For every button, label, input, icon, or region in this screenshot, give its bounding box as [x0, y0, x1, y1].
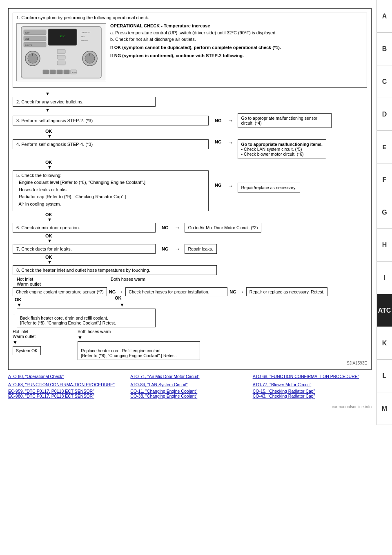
tab-h[interactable]: H: [376, 229, 392, 262]
link3[interactable]: ATO-68, "FUNCTION CONFIRMA-TION PROCEDUR…: [253, 374, 372, 379]
step3-ng-label: NG: [215, 118, 222, 123]
link6[interactable]: ATO-77, "Blower Motor Circuit": [253, 382, 372, 387]
op-check-title: OPERATIONAL CHECK - Temperature increase: [110, 23, 363, 28]
step4-box: 4. Perform self-diagnosis STEP-4. (*3): [13, 139, 209, 149]
step6-box: 6. Check air mix door operation.: [13, 223, 156, 233]
alphabet-tabs: A B C D E F G H I ATC K L M: [376, 0, 392, 555]
step6-ng-box: Go to Air Mix Door Motor Circuit. (*2): [185, 223, 262, 233]
step8-row: 8. Check the heater inlet and outlet hos…: [13, 265, 367, 275]
op-check-text: OPERATIONAL CHECK - Temperature increase…: [110, 23, 363, 81]
link7b[interactable]: EC-980, "DTC P0117, P0118 ECT SENSOR": [8, 394, 127, 398]
tab-i[interactable]: I: [376, 262, 392, 294]
step5-label: 5. Check the following:: [16, 173, 205, 178]
check-sensor-text: Check engine coolant temperature sensor …: [16, 289, 104, 294]
check-hoses-box: Check heater hoses for proper installati…: [125, 287, 227, 296]
step7-box: 7. Check ducts for air leaks.: [13, 244, 156, 254]
svg-text:MAP: MAP: [25, 38, 30, 40]
svg-rect-15: [57, 49, 65, 54]
final-row: Hot inlet Warm outlet ▼ System OK Both h…: [13, 329, 367, 360]
tab-g[interactable]: G: [376, 196, 392, 229]
svg-rect-22: [50, 70, 56, 74]
link1[interactable]: ATO-80, "Operational Check": [8, 374, 127, 379]
arrow5: ▼: [13, 217, 367, 222]
svg-text:SETTING: SETTING: [81, 40, 88, 42]
step5-items: · Engine coolant level [Refer to (*8), "…: [16, 178, 205, 209]
svg-text:32°C: 32°C: [60, 35, 65, 38]
step3-ok-label: OK: [45, 129, 52, 134]
tab-d[interactable]: D: [376, 98, 392, 131]
tab-b[interactable]: B: [376, 33, 392, 65]
arrow4: ▼: [13, 165, 367, 170]
hot-inlet-label: Hot inlet: [17, 277, 102, 282]
replace-heater-text: Replace heater core. Refill engine coola…: [81, 348, 177, 358]
tab-f[interactable]: F: [376, 163, 392, 196]
repair-replace-text: Repair or replace as necessary. Retest.: [249, 289, 325, 294]
step7-ng-box: Repair leaks.: [185, 244, 217, 254]
svg-text:DIST: DIST: [25, 32, 29, 34]
link9b[interactable]: CO-43, "Checking Radiator Cap": [253, 394, 372, 398]
final-both-warm: Both hoses warm: [78, 329, 111, 334]
step3-row: 3. Perform self-diagnosis STEP-2. (*3) N…: [13, 113, 367, 128]
op-check-b: b. Check for hot air at discharge air ou…: [110, 37, 363, 42]
sensor-row: Check engine coolant temperature sensor …: [13, 287, 367, 296]
svg-text:MODE: MODE: [72, 72, 77, 74]
tab-l[interactable]: L: [376, 360, 392, 392]
step7-ok: OK: [13, 255, 367, 260]
step7-ok-label: OK: [45, 255, 52, 260]
step4-ng-box3: • Check blower motor circuit. (*6): [241, 152, 323, 157]
step1-box: 1. Confirm symptom by performing the fol…: [13, 13, 367, 88]
step4-ng-label: NG: [215, 139, 222, 144]
op-check-a: a. Press temperature control (UP) switch…: [110, 30, 363, 35]
link4[interactable]: ATO-68, "FUNCTION CONFIRMA-TION PROCEDUR…: [8, 382, 127, 387]
repair-replace-box: Repair or replace as necessary. Retest.: [246, 287, 328, 296]
link9[interactable]: CO-15, "Checking Radiator Cap": [253, 389, 372, 394]
svg-rect-21: [43, 70, 49, 74]
step5-ng-box: Repair/replace as necessary.: [238, 183, 300, 192]
system-ok-box: System OK: [13, 346, 41, 355]
op-check-ok: If OK (symptom cannot be duplicated), pe…: [110, 45, 363, 50]
svg-text:ROUTE: ROUTE: [25, 44, 32, 47]
sensor-ok-label: OK: [15, 297, 22, 302]
step8-label: 8. Check the heater inlet and outlet hos…: [16, 268, 150, 273]
tab-atc[interactable]: ATC: [376, 294, 392, 327]
tab-m[interactable]: M: [376, 392, 392, 425]
step7-ng-label: NG: [162, 246, 169, 251]
sensor-ng-label: NG: [109, 289, 116, 294]
tab-k[interactable]: K: [376, 327, 392, 360]
main-content: 1. Confirm symptom by performing the fol…: [8, 8, 372, 409]
step5-ok-label: OK: [45, 212, 52, 217]
link7[interactable]: EC-959, "DTC P0117, P0118 ECT SENSOR": [8, 389, 127, 394]
tab-a[interactable]: A: [376, 0, 392, 33]
link8b[interactable]: CO-38, "Changing Engine Coolant": [130, 394, 249, 398]
hoses-ok-label: OK: [115, 295, 122, 300]
svg-rect-16: [57, 55, 65, 59]
arrow6: ▼: [13, 238, 367, 243]
step4-ng-box1: Go to appropriate malfunctioning items.: [241, 142, 323, 147]
diagram-container: 1. Confirm symptom by performing the fol…: [8, 8, 372, 370]
step6-row: 6. Check air mix door operation. NG → Go…: [13, 223, 367, 233]
step3-label: 3. Perform self-diagnosis STEP-2. (*3): [16, 118, 93, 123]
backflush-box: Back flush heater core, drain and refill…: [17, 309, 156, 327]
left-branch: Hot inlet Warm outlet: [13, 277, 102, 286]
link8[interactable]: CO-11, "Changing Engine Coolant": [130, 389, 249, 394]
link5[interactable]: ATO-84, "LAN System Circuit": [130, 382, 249, 387]
step7-label: 7. Check ducts for air leaks.: [16, 246, 72, 251]
final-warm-outlet: Warm outlet: [13, 334, 36, 339]
step2-label: 2. Check for any service bulletins.: [16, 99, 83, 104]
step3-box: 3. Perform self-diagnosis STEP-2. (*3): [13, 116, 209, 125]
step4-ok-label: OK: [45, 160, 52, 165]
watermark: SJIA1593E: [13, 361, 367, 365]
right-branch: Both hoses warm: [102, 277, 367, 286]
device-image: DIST MAP ROUTE 32°C: [16, 23, 106, 81]
step3-ng-box: Go to appropriate malfunctioning sensor …: [238, 113, 332, 128]
tab-c[interactable]: C: [376, 65, 392, 98]
step6-ok-label: OK: [45, 233, 52, 238]
arrow3: ▼: [13, 134, 367, 139]
check-hoses-text: Check heater hoses for proper installati…: [129, 289, 209, 294]
tab-e[interactable]: E: [376, 131, 392, 163]
svg-text:OVERNIGHT: OVERNIGHT: [81, 31, 91, 34]
link2[interactable]: ATO-71, "Air Mix Door Motor Circuit": [130, 374, 249, 379]
arrow1: ▼: [13, 91, 367, 96]
system-ok-text: System OK: [16, 348, 38, 353]
step4-ng-box2: • Check LAN system circuit. (*5): [241, 147, 323, 152]
